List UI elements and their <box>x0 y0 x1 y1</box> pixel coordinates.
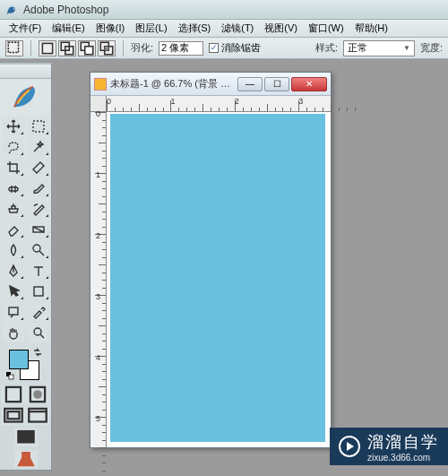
zoom-tool[interactable] <box>27 323 50 342</box>
maximize-button[interactable]: ☐ <box>264 77 289 91</box>
shape-tool[interactable] <box>27 281 50 301</box>
play-icon <box>339 436 360 457</box>
watermark-text: 溜溜自学 <box>367 431 439 453</box>
svg-rect-14 <box>9 307 18 315</box>
document-icon <box>94 78 107 91</box>
brush-tool[interactable] <box>27 178 50 198</box>
menu-file[interactable]: 文件(F) <box>4 20 47 37</box>
ruler-vertical[interactable]: 012345 <box>90 112 107 447</box>
selection-subtract-button[interactable] <box>78 40 96 56</box>
feather-label: 羽化: <box>131 41 153 55</box>
checkbox-icon: ✓ <box>209 43 219 53</box>
style-select[interactable]: 正常 ▼ <box>343 40 415 56</box>
minimize-button[interactable]: — <box>237 77 263 91</box>
svg-rect-17 <box>9 375 13 379</box>
photoshop-feather-icon <box>9 82 43 112</box>
antialias-label: 消除锯齿 <box>221 41 261 55</box>
canvas[interactable] <box>110 114 325 442</box>
screen-standard-button[interactable] <box>2 407 25 425</box>
path-selection-tool[interactable] <box>2 281 25 301</box>
options-bar: 羽化: 2 像素 ✓ 消除锯齿 样式: 正常 ▼ 宽度: <box>0 38 448 59</box>
selection-mode-group <box>39 40 116 56</box>
svg-rect-18 <box>6 387 21 402</box>
color-swatches <box>5 348 46 380</box>
svg-rect-22 <box>8 411 20 419</box>
standard-mode-button[interactable] <box>2 385 25 403</box>
eyedropper-tool[interactable] <box>27 302 50 322</box>
separator <box>123 40 124 56</box>
selection-intersect-button[interactable] <box>98 40 116 56</box>
tools-panel-header[interactable] <box>0 65 51 79</box>
menu-view[interactable]: 视图(V) <box>259 20 303 37</box>
watermark-url: zixue.3d66.com <box>367 453 439 463</box>
menu-edit[interactable]: 编辑(E) <box>47 20 90 37</box>
menu-filter[interactable]: 滤镜(T) <box>216 20 259 37</box>
feather-input[interactable]: 2 像素 <box>159 41 203 56</box>
svg-rect-25 <box>17 430 35 444</box>
notes-tool[interactable] <box>2 302 25 322</box>
edit-imageready-button[interactable] <box>14 450 38 468</box>
swap-colors-icon[interactable] <box>33 348 42 357</box>
magic-wand-tool[interactable] <box>27 137 50 157</box>
svg-point-15 <box>34 328 41 335</box>
watermark: 溜溜自学 zixue.3d66.com <box>330 428 448 465</box>
marquee-tool[interactable] <box>27 117 50 136</box>
crop-tool[interactable] <box>2 158 25 177</box>
svg-rect-5 <box>85 46 93 54</box>
feather-value: 2 像素 <box>161 41 189 55</box>
close-button[interactable]: ✕ <box>291 77 327 91</box>
pen-tool[interactable] <box>2 261 25 281</box>
antialias-checkbox[interactable]: ✓ 消除锯齿 <box>209 41 261 55</box>
document-body: 0123 012345 <box>90 96 331 447</box>
selection-add-button[interactable] <box>58 40 76 56</box>
foreground-color[interactable] <box>9 350 29 369</box>
app-title: Adobe Photoshop <box>23 4 108 16</box>
selection-new-button[interactable] <box>39 40 56 56</box>
gradient-tool[interactable] <box>27 220 50 239</box>
style-label: 样式: <box>315 41 338 55</box>
tools-panel <box>0 63 52 471</box>
width-label: 宽度: <box>420 41 443 55</box>
style-value: 正常 <box>348 41 367 55</box>
blur-tool[interactable] <box>2 240 25 260</box>
svg-point-12 <box>33 245 40 252</box>
eraser-tool[interactable] <box>2 220 25 239</box>
svg-rect-10 <box>9 187 18 191</box>
lasso-tool[interactable] <box>2 137 25 157</box>
move-tool[interactable] <box>2 117 25 136</box>
type-tool[interactable] <box>27 261 50 281</box>
chevron-down-icon: ▼ <box>403 44 410 52</box>
svg-rect-9 <box>33 121 44 132</box>
svg-rect-13 <box>34 287 43 296</box>
menubar: 文件(F) 编辑(E) 图像(I) 图层(L) 选择(S) 滤镜(T) 视图(V… <box>0 20 448 38</box>
tool-preset-button[interactable] <box>5 40 23 56</box>
screen-full-menubar-button[interactable] <box>26 407 49 425</box>
app-titlebar: Adobe Photoshop <box>0 0 448 20</box>
hand-tool[interactable] <box>2 323 25 342</box>
healing-brush-tool[interactable] <box>2 178 25 198</box>
menu-image[interactable]: 图像(I) <box>90 20 130 37</box>
screen-full-button[interactable] <box>14 428 38 446</box>
menu-select[interactable]: 选择(S) <box>173 20 217 37</box>
svg-rect-1 <box>42 43 52 53</box>
menu-layer[interactable]: 图层(L) <box>130 20 172 37</box>
svg-point-20 <box>33 390 42 399</box>
quickmask-mode-button[interactable] <box>26 385 49 403</box>
separator <box>30 40 31 56</box>
clone-stamp-tool[interactable] <box>2 199 25 219</box>
ruler-horizontal[interactable]: 0123 <box>107 96 331 112</box>
document-window: 未标题-1 @ 66.7% (背景 副... — ☐ ✕ 0123 012345 <box>90 72 332 448</box>
document-title: 未标题-1 @ 66.7% (背景 副... <box>110 77 234 91</box>
history-brush-tool[interactable] <box>27 199 50 219</box>
document-titlebar[interactable]: 未标题-1 @ 66.7% (背景 副... — ☐ ✕ <box>90 73 331 96</box>
dodge-tool[interactable] <box>27 240 50 260</box>
menu-window[interactable]: 窗口(W) <box>303 20 349 37</box>
svg-rect-8 <box>105 46 109 50</box>
svg-rect-0 <box>8 42 18 52</box>
default-colors-icon[interactable] <box>5 371 14 380</box>
menu-help[interactable]: 帮助(H) <box>349 20 393 37</box>
slice-tool[interactable] <box>27 158 50 177</box>
photoshop-logo-icon <box>5 4 18 16</box>
